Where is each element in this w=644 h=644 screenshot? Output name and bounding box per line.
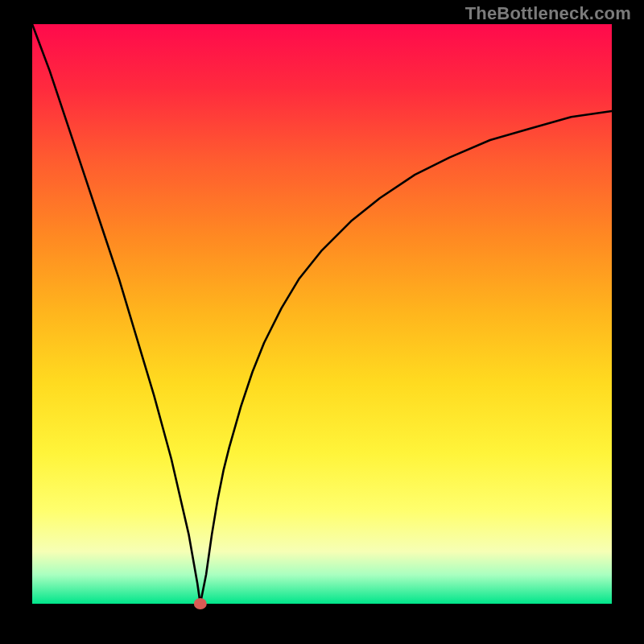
- chart-container: TheBottleneck.com: [0, 0, 644, 644]
- optimum-marker: [194, 598, 207, 609]
- plot-background: [32, 24, 612, 604]
- bottleneck-chart: [0, 0, 644, 644]
- watermark-label: TheBottleneck.com: [465, 3, 631, 24]
